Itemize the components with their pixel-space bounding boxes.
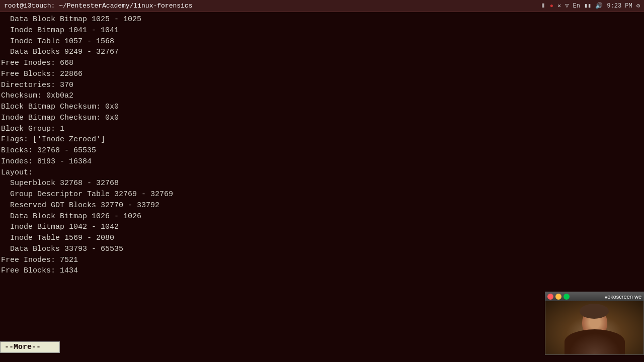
webcam-close-btn[interactable] [547, 294, 553, 300]
terminal-line: Inode Bitmap 1042 - 1042 [0, 222, 644, 233]
webcam-minimize-btn[interactable] [555, 294, 561, 300]
terminal-line: Reserved GDT Blocks 32770 - 33792 [0, 200, 644, 211]
terminal-line: Inode Table 1057 - 1568 [0, 36, 644, 47]
person-silhouette [545, 301, 643, 354]
lang-label: En [573, 3, 580, 10]
terminal-line: Data Block Bitmap 1026 - 1026 [0, 211, 644, 222]
terminal-line: Blocks: 32768 - 65535 [0, 145, 644, 156]
close-icon[interactable]: ✕ [557, 2, 561, 10]
terminal-line: Inode Table 1569 - 2080 [0, 233, 644, 244]
terminal-body: Data Block Bitmap 1025 - 1025 Inode Bitm… [0, 12, 644, 362]
terminal-line: Flags: ['Inode Zeroed'] [0, 134, 644, 145]
wifi-icon: ▽ [565, 2, 569, 10]
terminal-line: Data Block Bitmap 1025 - 1025 [0, 14, 644, 25]
webcam-window-buttons [547, 294, 570, 300]
clock-display: 9:23 PM [607, 3, 632, 10]
stop-icon[interactable]: ● [550, 3, 553, 10]
settings-icon[interactable]: ⚙ [636, 2, 640, 10]
pause-icon[interactable]: ⏸ [540, 2, 546, 10]
terminal-line: Layout: [0, 167, 644, 178]
terminal-line: Block Bitmap Checksum: 0x0 [0, 102, 644, 113]
title-bar: root@i3touch: ~/PentesterAcademy/linux-f… [0, 0, 644, 12]
more-bar[interactable]: --More-- [0, 341, 60, 353]
terminal-line: Group Descriptor Table 32769 - 32769 [0, 189, 644, 200]
terminal-line: Superblock 32768 - 32768 [0, 178, 644, 189]
shoulders [565, 329, 625, 354]
terminal-line: Free Inodes: 668 [0, 58, 644, 69]
system-tray: ⏸ ● ✕ ▽ En ▮▮ 🔊 9:23 PM ⚙ [540, 2, 640, 10]
terminal-line: Inode Bitmap Checksum: 0x0 [0, 113, 644, 124]
terminal-line: Free Blocks: 1434 [0, 265, 644, 277]
terminal-output: Data Block Bitmap 1025 - 1025 Inode Bitm… [0, 14, 644, 277]
webcam-title-bar: vokoscreen we [545, 292, 643, 301]
volume-icon: 🔊 [595, 2, 603, 10]
webcam-maximize-btn[interactable] [564, 294, 570, 300]
window-title: root@i3touch: ~/PentesterAcademy/linux-f… [4, 2, 192, 10]
webcam-title: vokoscreen we [605, 294, 641, 300]
battery-icon: ▮▮ [584, 2, 591, 10]
terminal-line: Data Blocks 9249 - 32767 [0, 47, 644, 58]
webcam-overlay: vokoscreen we [545, 292, 644, 355]
terminal-line: Inodes: 8193 - 16384 [0, 156, 644, 167]
terminal-line: Block Group: 1 [0, 124, 644, 135]
terminal-line: Inode Bitmap 1041 - 1041 [0, 25, 644, 36]
terminal-line: Free Inodes: 7521 [0, 255, 644, 266]
webcam-video [545, 301, 643, 354]
terminal-line: Data Blocks 33793 - 65535 [0, 244, 644, 255]
terminal-line: Directories: 370 [0, 80, 644, 91]
terminal-line: Free Blocks: 22866 [0, 69, 644, 80]
terminal-line: Checksum: 0xb0a2 [0, 90, 644, 102]
